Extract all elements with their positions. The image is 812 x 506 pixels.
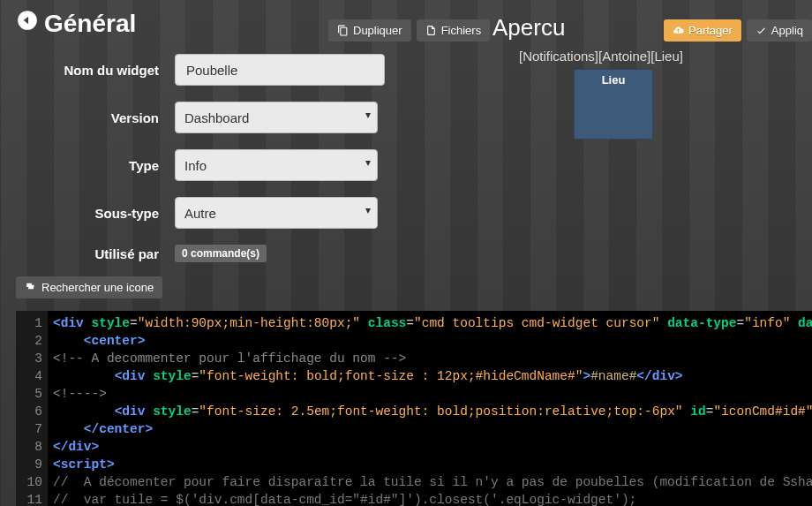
page-title: Général [44, 10, 136, 38]
code-gutter: 1234567891011 [16, 311, 48, 506]
version-select[interactable]: Dashboard [175, 102, 378, 133]
duplicate-button[interactable]: Dupliquer [328, 19, 411, 42]
files-button[interactable]: Fichiers [417, 19, 491, 42]
flag-icon [25, 281, 36, 294]
share-button[interactable]: Partager [664, 19, 741, 42]
label-widget-name: Nom du widget [16, 63, 175, 78]
usedby-badge: 0 commande(s) [175, 245, 267, 262]
label-subtype: Sous-type [16, 206, 175, 221]
code-content[interactable]: <div style="width:90px;min-height:80px;"… [48, 311, 812, 506]
breadcrumb: [Notifications][Antoine][Lieu] [519, 49, 812, 64]
back-icon[interactable] [16, 9, 39, 38]
copy-icon [337, 24, 349, 37]
breadcrumb-item[interactable]: [Lieu] [650, 49, 683, 64]
search-icon-button[interactable]: Rechercher une icone [16, 276, 162, 298]
label-usedby: Utilisé par [16, 246, 175, 261]
code-editor[interactable]: 1234567891011 <div style="width:90px;min… [16, 311, 812, 506]
file-icon [425, 24, 437, 37]
breadcrumb-item[interactable]: [Notifications] [519, 49, 598, 64]
apply-button[interactable]: Appliq [747, 19, 812, 42]
subtype-select[interactable]: Autre [175, 197, 378, 229]
widget-name-input[interactable] [175, 54, 385, 86]
type-select[interactable]: Info [175, 149, 378, 181]
label-version: Version [16, 110, 175, 125]
check-icon [756, 24, 767, 37]
preview-tile[interactable]: Lieu [574, 69, 653, 140]
cloud-upload-icon [673, 24, 684, 37]
breadcrumb-item[interactable]: [Antoine] [598, 49, 650, 64]
label-type: Type [16, 158, 175, 173]
tile-title: Lieu [575, 70, 652, 87]
